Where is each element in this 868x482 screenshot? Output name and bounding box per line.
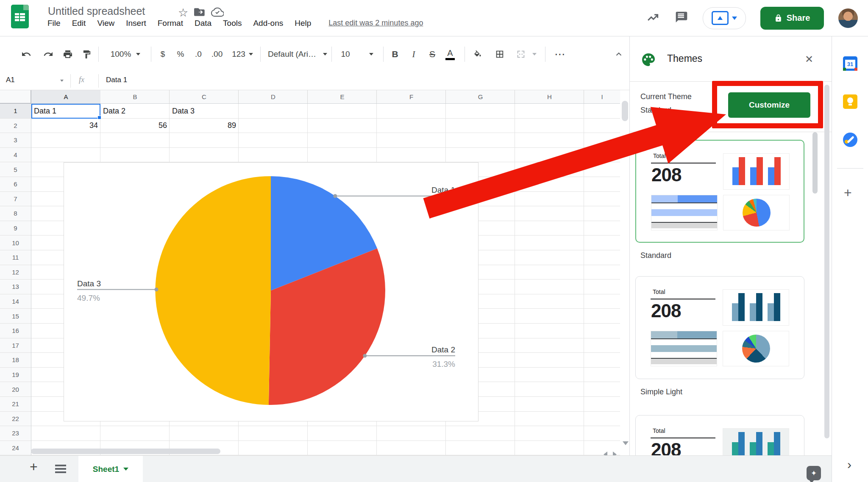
vertical-scrollbar[interactable] bbox=[622, 101, 628, 121]
row-header-22[interactable]: 22 bbox=[0, 412, 31, 426]
column-header-d[interactable]: D bbox=[239, 90, 308, 103]
column-header-h[interactable]: H bbox=[515, 90, 584, 103]
theme-card-simple-light[interactable]: Total208 bbox=[635, 276, 804, 379]
italic-button[interactable]: I bbox=[405, 45, 422, 63]
strikethrough-button[interactable]: S bbox=[424, 45, 441, 63]
row-header-18[interactable]: 18 bbox=[0, 353, 31, 367]
row-header-24[interactable]: 24 bbox=[0, 441, 31, 455]
row-header-16[interactable]: 16 bbox=[0, 324, 31, 338]
theme-card-standard[interactable]: Total208 bbox=[635, 140, 804, 243]
more-toolbar-button[interactable]: ⋯ bbox=[551, 45, 570, 63]
cell-B1[interactable]: Data 2 bbox=[100, 104, 170, 118]
paint-format-button[interactable] bbox=[79, 45, 94, 63]
panel-scrollbar[interactable] bbox=[824, 85, 829, 438]
menu-item-tools[interactable]: Tools bbox=[223, 19, 242, 28]
bold-button[interactable]: B bbox=[387, 45, 403, 63]
cell-B2[interactable]: 56 bbox=[100, 119, 170, 133]
pie-slice-data-3[interactable] bbox=[155, 176, 271, 405]
cell-C1[interactable]: Data 3 bbox=[170, 104, 239, 118]
row-header-5[interactable]: 5 bbox=[0, 162, 31, 177]
tasks-icon[interactable] bbox=[843, 133, 857, 147]
column-header-e[interactable]: E bbox=[308, 90, 377, 103]
font-size-caret[interactable] bbox=[368, 45, 375, 63]
zoom-select[interactable]: 100% bbox=[105, 45, 146, 63]
borders-button[interactable] bbox=[491, 45, 509, 63]
row-header-4[interactable]: 4 bbox=[0, 148, 31, 162]
scroll-down-icon[interactable] bbox=[623, 441, 629, 445]
share-button[interactable]: Share bbox=[760, 7, 824, 30]
comment-icon[interactable] bbox=[675, 11, 688, 26]
row-header-17[interactable]: 17 bbox=[0, 338, 31, 353]
fill-color-button[interactable] bbox=[469, 45, 487, 63]
formula-input[interactable]: Data 1 bbox=[106, 76, 127, 84]
keep-icon[interactable] bbox=[843, 94, 857, 109]
row-header-13[interactable]: 13 bbox=[0, 280, 31, 294]
collapse-strip-icon[interactable]: › bbox=[847, 457, 851, 472]
row-header-10[interactable]: 10 bbox=[0, 235, 31, 250]
row-header-14[interactable]: 14 bbox=[0, 294, 31, 309]
print-button[interactable] bbox=[60, 45, 75, 63]
close-icon[interactable]: ✕ bbox=[803, 53, 815, 66]
text-color-button[interactable]: A bbox=[442, 45, 459, 63]
column-header-c[interactable]: C bbox=[170, 90, 239, 103]
font-size-select[interactable]: 10 bbox=[336, 45, 355, 63]
activity-icon[interactable] bbox=[646, 11, 660, 25]
name-box[interactable]: A1 bbox=[6, 76, 15, 84]
cloud-saved-icon[interactable] bbox=[211, 7, 224, 19]
star-icon[interactable]: ☆ bbox=[178, 6, 188, 19]
row-header-11[interactable]: 11 bbox=[0, 250, 31, 265]
row-header-15[interactable]: 15 bbox=[0, 309, 31, 323]
sheet-tab-name[interactable]: Sheet1 bbox=[93, 465, 119, 474]
calendar-icon[interactable]: 31 bbox=[843, 56, 857, 71]
get-addons-button[interactable]: + bbox=[844, 185, 852, 201]
undo-button[interactable] bbox=[19, 45, 34, 63]
theme-card-partial[interactable]: Total208 bbox=[635, 415, 804, 455]
format-percent-button[interactable]: % bbox=[172, 45, 189, 63]
sheet-tab-caret-icon[interactable] bbox=[123, 468, 128, 471]
column-headers[interactable]: ABCDEFGHI bbox=[31, 90, 620, 104]
row-header-8[interactable]: 8 bbox=[0, 206, 31, 221]
font-select-caret[interactable] bbox=[322, 45, 328, 63]
redo-button[interactable] bbox=[41, 45, 56, 63]
all-sheets-icon[interactable] bbox=[55, 465, 66, 473]
sheets-logo-icon[interactable] bbox=[11, 5, 29, 28]
select-all-corner[interactable] bbox=[0, 90, 31, 104]
font-select[interactable]: Default (Ari… bbox=[268, 45, 321, 63]
explore-button[interactable]: ✦ bbox=[807, 466, 821, 480]
avatar[interactable] bbox=[838, 8, 858, 28]
cell-A2[interactable]: 34 bbox=[31, 119, 100, 133]
menu-item-format[interactable]: Format bbox=[158, 19, 183, 28]
pie-chart-container[interactable]: Data 119.0%Data 231.3%Data 349.7% bbox=[64, 162, 479, 421]
menu-item-edit[interactable]: Edit bbox=[72, 19, 86, 28]
row-header-21[interactable]: 21 bbox=[0, 397, 31, 411]
row-header-9[interactable]: 9 bbox=[0, 221, 31, 235]
move-folder-icon[interactable] bbox=[194, 7, 205, 18]
row-header-12[interactable]: 12 bbox=[0, 265, 31, 280]
row-header-3[interactable]: 3 bbox=[0, 133, 31, 147]
row-header-6[interactable]: 6 bbox=[0, 177, 31, 191]
row-header-19[interactable]: 19 bbox=[0, 368, 31, 382]
collapse-toolbar-icon[interactable] bbox=[610, 45, 627, 63]
menu-item-add-ons[interactable]: Add-ons bbox=[253, 19, 283, 28]
column-header-g[interactable]: G bbox=[446, 90, 515, 103]
column-header-b[interactable]: B bbox=[100, 90, 170, 103]
format-currency-button[interactable]: $ bbox=[154, 45, 171, 63]
add-sheet-button[interactable]: + bbox=[30, 459, 38, 475]
inner-scrollbar[interactable] bbox=[812, 132, 818, 194]
present-button[interactable] bbox=[703, 7, 746, 29]
more-formats-button[interactable]: 123 bbox=[229, 45, 256, 63]
menu-item-data[interactable]: Data bbox=[195, 19, 211, 28]
sheet-tab[interactable]: Sheet1 bbox=[78, 456, 143, 482]
cell-C2[interactable]: 89 bbox=[170, 119, 239, 133]
row-header-7[interactable]: 7 bbox=[0, 192, 31, 206]
row-header-2[interactable]: 2 bbox=[0, 119, 31, 133]
column-header-a[interactable]: A bbox=[31, 90, 100, 103]
menu-item-help[interactable]: Help bbox=[295, 19, 311, 28]
name-box-caret[interactable] bbox=[60, 80, 64, 82]
document-title[interactable]: Untitled spreadsheet bbox=[48, 5, 145, 17]
decrease-decimal-button[interactable]: .0 bbox=[189, 45, 208, 63]
row-header-1[interactable]: 1 bbox=[0, 104, 31, 118]
horizontal-scrollbar[interactable] bbox=[31, 449, 220, 454]
present-dropdown-icon[interactable] bbox=[732, 17, 737, 20]
column-header-f[interactable]: F bbox=[377, 90, 446, 103]
